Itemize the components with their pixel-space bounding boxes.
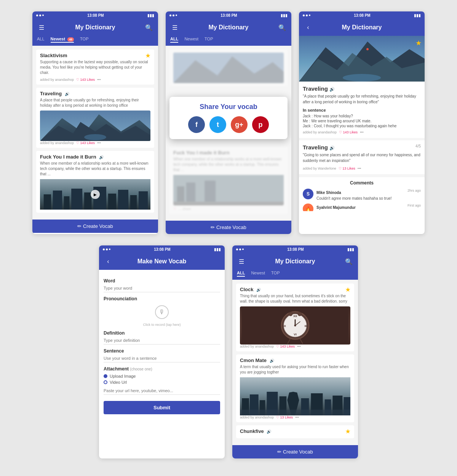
tab-bar-1: ALL Newest 48 TOP <box>32 36 158 46</box>
vocab-card-slacktivism[interactable]: ★ Slacktivism Supporting a cause in the … <box>36 50 154 85</box>
attachment-label: Attachment (choose one) <box>104 366 220 372</box>
upload-image-option[interactable]: Upload Image <box>104 374 220 378</box>
header-1: ☰ My Dictionary 🔍 <box>32 19 158 36</box>
create-vocab-bar-2[interactable]: ✏ Create Vocab <box>166 221 291 234</box>
search-icon-2[interactable]: 🔍 <box>278 24 287 31</box>
header-2: ☰ My Dictionary 🔍 <box>166 19 291 36</box>
detail-card-2: Traveling 🔊 4/5 "Going to some places an… <box>299 140 425 174</box>
img-burn: ▶ <box>40 179 150 210</box>
vocab-card-traveling-1[interactable]: Traveling 🔊 A place that people usually … <box>36 88 154 148</box>
twitter-share-button[interactable]: t <box>209 116 226 133</box>
svg-point-3 <box>84 134 106 140</box>
svg-rect-14 <box>139 191 148 210</box>
menu-icon-2[interactable]: ☰ <box>170 24 179 31</box>
svg-rect-7 <box>64 196 70 210</box>
tab-newest-5[interactable]: Newest <box>251 270 265 277</box>
battery-4: ▮▮▮ <box>214 247 221 252</box>
svg-text:XII: XII <box>293 314 297 318</box>
star-clock[interactable]: ★ <box>345 287 350 293</box>
detail-word-2: Traveling 🔊 4/5 <box>303 144 421 151</box>
create-vocab-label-5: ✏ Create Vocab <box>277 449 313 455</box>
tab-bar-2: ALL Newest TOP <box>166 36 291 46</box>
meta-traveling-1: added by anandashop ♡ 143 Likes ••• <box>40 141 150 145</box>
vocab-card-cmon[interactable]: Cmon Mate 🔊 A term that usually used for… <box>236 354 354 422</box>
back-icon-4[interactable]: ‹ <box>104 258 113 265</box>
status-bar-4: 13:08 PM ▮▮▮ <box>99 245 225 253</box>
app-title-5: My Dictionary <box>246 258 344 265</box>
search-icon-1[interactable]: 🔍 <box>144 24 153 31</box>
speaker-clock: 🔊 <box>256 288 261 292</box>
menu-icon-5[interactable]: ☰ <box>237 258 246 265</box>
svg-point-37 <box>298 312 302 316</box>
submit-button[interactable]: Submit <box>104 401 220 414</box>
word-chunkfive: Chunkfive <box>240 428 264 434</box>
back-icon-3[interactable]: ‹ <box>304 24 313 31</box>
mic-icon[interactable]: 🎙 <box>155 305 169 319</box>
bg-card-blurred <box>166 46 291 93</box>
video-url-input[interactable] <box>104 387 220 395</box>
tab-newest-2[interactable]: Newest <box>184 36 198 43</box>
svg-rect-5 <box>44 194 51 210</box>
sentence-3: Jack : Cool, I thought you was masturbat… <box>303 124 421 128</box>
word-input[interactable] <box>104 284 220 292</box>
meta-detail-2: added by Wanderlone ♡ 13 Likes ••• <box>303 167 421 170</box>
word-traveling-1: Traveling <box>40 91 62 96</box>
status-bar-5: 13:08 PM ▮▮▮ <box>232 245 358 253</box>
tab-top-5[interactable]: TOP <box>271 270 280 277</box>
sentence-2: Me : We were traveling around UK mate. <box>303 119 421 123</box>
tab-all-2[interactable]: ALL <box>170 36 178 43</box>
svg-text:III: III <box>305 324 307 328</box>
search-icon-5[interactable]: 🔍 <box>344 258 353 265</box>
video-url-option[interactable]: Video Url <box>104 380 220 385</box>
googleplus-share-button[interactable]: g+ <box>231 116 248 133</box>
vocab-card-chunkfive[interactable]: ★ Chunkfive 🔊 <box>236 425 354 438</box>
svg-rect-20 <box>205 181 216 202</box>
sentence-input[interactable] <box>104 354 220 362</box>
vocab-card-clock[interactable]: ★ Clock 🔊 Thing that usually on your han… <box>236 284 354 351</box>
header-3: ‹ My Dictionary <box>299 19 425 36</box>
svg-rect-13 <box>130 195 137 210</box>
content-1: ★ Slacktivism Supporting a cause in the … <box>32 46 158 220</box>
bg-card-blurred-2: Fuck You I made it Burn When one member … <box>166 143 291 221</box>
tab-top-1[interactable]: TOP <box>80 36 88 43</box>
time-2: 13:08 PM <box>221 13 237 18</box>
definition-input[interactable] <box>104 337 220 345</box>
tab-newest-1[interactable]: Newest 48 <box>51 36 74 43</box>
tab-all-5[interactable]: ALL <box>237 270 245 277</box>
detail-card-1: Traveling 🔊 "A place that people usually… <box>299 82 425 138</box>
vocab-card-burn[interactable]: Fuck You I made it Burn 🔊 When one membe… <box>36 151 154 213</box>
avatar-mike: S <box>303 189 313 199</box>
create-vocab-bar-5[interactable]: ✏ Create Vocab <box>232 445 358 458</box>
video-url-label: Video Url <box>110 380 127 385</box>
status-bar-2: 13:08 PM ▮▮▮ <box>166 11 291 19</box>
img-clock: XII VI IX III <box>240 306 350 345</box>
time-3: 13:08 PM <box>354 13 370 18</box>
status-bar-3: 13:08 PM ▮▮▮ <box>299 11 425 19</box>
desc-traveling-1: A place that people usually go for refre… <box>40 98 150 108</box>
pronunciation-label: Pronounciation <box>104 296 220 301</box>
detail-quote-1: "A place that people usually go for refr… <box>303 93 421 105</box>
star-detail[interactable]: ★ <box>415 39 422 47</box>
pinterest-share-button[interactable]: p <box>252 116 269 133</box>
svg-point-24 <box>343 74 381 82</box>
comment-1: S Mike Shinoda 2hrs ago Couldn't agree m… <box>303 189 421 200</box>
tab-all-1[interactable]: ALL <box>37 36 45 43</box>
radio-dot-upload <box>104 374 107 378</box>
facebook-share-button[interactable]: f <box>188 116 205 133</box>
detail-word-1: Traveling 🔊 <box>303 85 421 92</box>
svg-rect-11 <box>108 194 116 210</box>
svg-rect-52 <box>240 410 350 415</box>
battery-5: ▮▮▮ <box>347 247 354 252</box>
commenter-name-1: Mike Shinoda <box>316 191 341 195</box>
screen-detail: 13:08 PM ▮▮▮ ‹ My Dictionary <box>299 11 425 234</box>
star-chunkfive[interactable]: ★ <box>345 428 350 434</box>
play-button[interactable]: ▶ <box>91 190 100 199</box>
speaker-cmon: 🔊 <box>270 359 274 363</box>
create-vocab-bar-1[interactable]: ✏ Create Vocab <box>32 220 158 233</box>
tab-top-2[interactable]: TOP <box>205 36 213 43</box>
img-cmon <box>240 377 350 415</box>
star-slacktivism[interactable]: ★ <box>145 53 150 59</box>
word-cmon: Cmon Mate <box>240 357 267 363</box>
detail-scroll: Traveling 🔊 "A place that people usually… <box>299 82 425 211</box>
menu-icon-1[interactable]: ☰ <box>37 24 46 31</box>
